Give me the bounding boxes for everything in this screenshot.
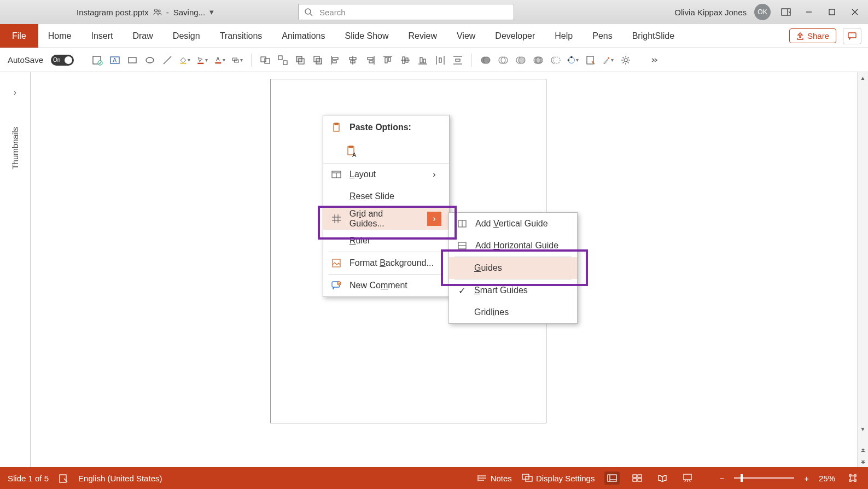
scroll-down-icon[interactable]: ▼ <box>858 423 868 434</box>
zoom-in-button[interactable]: + <box>804 474 809 483</box>
zoom-slider[interactable] <box>734 477 794 479</box>
menu-reset-slide[interactable]: Reset Slide <box>323 185 449 207</box>
tab-pens[interactable]: Pens <box>582 24 622 48</box>
accessibility-icon[interactable] <box>59 473 68 483</box>
distribute-horizontal-icon[interactable] <box>434 54 446 66</box>
shape-outline-icon[interactable]: ▾ <box>196 54 208 66</box>
svg-rect-109 <box>850 476 855 480</box>
slide-sorter-button[interactable] <box>630 471 645 485</box>
notes-button[interactable]: Notes <box>477 474 512 483</box>
zoom-out-button[interactable]: − <box>719 474 724 483</box>
submenu-add-vertical[interactable]: Add Vertical Guide <box>449 213 577 235</box>
settings-icon[interactable] <box>620 54 632 66</box>
merge-fragment-icon[interactable] <box>515 54 527 66</box>
font-color-icon[interactable]: A▾ <box>214 54 226 66</box>
fit-to-window-button[interactable] <box>845 471 860 485</box>
ungroup-icon[interactable] <box>277 54 289 66</box>
normal-view-button[interactable] <box>604 471 620 485</box>
merge-subtract-icon[interactable] <box>550 54 562 66</box>
svg-rect-101 <box>638 475 642 478</box>
send-backward-icon[interactable] <box>312 54 324 66</box>
align-top-icon[interactable] <box>382 54 394 66</box>
tab-view[interactable]: View <box>447 24 485 48</box>
svg-rect-105 <box>684 474 691 480</box>
menu-grid-guides[interactable]: Grid and Guides... › <box>323 208 449 230</box>
edit-points-icon[interactable]: ▾ <box>567 54 579 66</box>
overflow-icon[interactable] <box>648 54 660 66</box>
menu-new-comment[interactable]: New Comment <box>323 275 449 296</box>
maximize-button[interactable] <box>824 4 840 20</box>
merge-combine-icon[interactable] <box>497 54 509 66</box>
align-middle-icon[interactable] <box>399 54 411 66</box>
user-avatar[interactable]: OK <box>754 4 771 20</box>
thumbnails-expand-icon[interactable]: › <box>14 88 16 97</box>
vertical-scrollbar[interactable]: ▲ ▼ <box>857 72 868 467</box>
submenu-add-horizontal[interactable]: Add Horizontal Guide <box>449 235 577 257</box>
reading-view-button[interactable] <box>655 471 670 485</box>
svg-rect-39 <box>369 61 373 63</box>
submenu-gridlines[interactable]: Gridlines <box>449 301 577 323</box>
line-shape-icon[interactable] <box>161 54 173 66</box>
comments-button[interactable] <box>843 28 861 44</box>
merge-union-icon[interactable] <box>480 54 492 66</box>
svg-line-3 <box>310 14 312 16</box>
svg-rect-66 <box>568 59 569 61</box>
menu-ruler[interactable]: Ruler <box>323 230 449 252</box>
minimize-button[interactable] <box>801 4 817 20</box>
next-slide-icon[interactable] <box>858 456 868 467</box>
shape-fill-icon[interactable]: ▾ <box>179 54 191 66</box>
ribbon-display-options[interactable] <box>778 4 794 20</box>
bring-forward-icon[interactable] <box>294 54 306 66</box>
selection-pane-icon[interactable] <box>585 54 597 66</box>
prev-slide-icon[interactable] <box>858 445 868 456</box>
paste-text-icon: A <box>346 145 357 158</box>
align-bottom-icon[interactable] <box>417 54 429 66</box>
slide-counter[interactable]: Slide 1 of 5 <box>8 474 49 483</box>
zoom-value[interactable]: 25% <box>819 474 835 483</box>
svg-rect-82 <box>333 259 340 267</box>
tab-home[interactable]: Home <box>38 24 81 48</box>
autosave-toggle[interactable]: On <box>51 55 74 66</box>
eyedropper-icon[interactable]: ▾ <box>602 54 614 66</box>
tab-file[interactable]: File <box>0 24 38 48</box>
oval-shape-icon[interactable] <box>144 54 156 66</box>
tab-draw[interactable]: Draw <box>123 24 162 48</box>
align-left-icon[interactable] <box>329 54 341 66</box>
tab-review[interactable]: Review <box>399 24 447 48</box>
align-center-icon[interactable] <box>347 54 359 66</box>
title-dropdown[interactable]: ▾ <box>209 7 214 17</box>
tab-animations[interactable]: Animations <box>272 24 335 48</box>
search-box[interactable]: Search <box>298 4 514 20</box>
paste-text-only[interactable]: A <box>323 139 449 164</box>
menu-format-background[interactable]: Format Background... <box>323 252 449 274</box>
menu-layout[interactable]: Layout › <box>323 164 449 185</box>
tab-transitions[interactable]: Transitions <box>210 24 272 48</box>
merge-intersect-icon[interactable] <box>532 54 544 66</box>
close-button[interactable] <box>847 4 863 20</box>
align-objects-icon[interactable]: ▾ <box>231 54 243 66</box>
svg-rect-97 <box>608 475 616 481</box>
align-right-icon[interactable] <box>364 54 376 66</box>
submenu-guides[interactable]: Guides <box>449 257 577 279</box>
submenu-smart-guides[interactable]: ✓ Smart Guides <box>449 280 577 301</box>
share-button[interactable]: Share <box>789 28 836 43</box>
textbox-icon[interactable]: A <box>109 54 121 66</box>
group-icon[interactable] <box>259 54 271 66</box>
rectangle-shape-icon[interactable] <box>126 54 138 66</box>
distribute-vertical-icon[interactable] <box>452 54 464 66</box>
tab-brightslide[interactable]: BrightSlide <box>622 24 684 48</box>
tab-help[interactable]: Help <box>545 24 582 48</box>
language-status[interactable]: English (United States) <box>78 474 162 483</box>
display-settings-button[interactable]: Display Settings <box>522 474 595 483</box>
svg-point-15 <box>146 57 154 63</box>
tab-design[interactable]: Design <box>163 24 210 48</box>
tab-insert[interactable]: Insert <box>81 24 123 48</box>
tab-slide-show[interactable]: Slide Show <box>335 24 398 48</box>
user-name[interactable]: Olivia Kippax Jones <box>674 8 747 17</box>
tab-developer[interactable]: Developer <box>485 24 545 48</box>
scroll-up-icon[interactable]: ▲ <box>858 72 868 83</box>
svg-rect-32 <box>333 57 338 60</box>
export-icon[interactable] <box>91 54 103 66</box>
slideshow-button[interactable] <box>680 471 695 485</box>
svg-rect-23 <box>261 57 266 62</box>
